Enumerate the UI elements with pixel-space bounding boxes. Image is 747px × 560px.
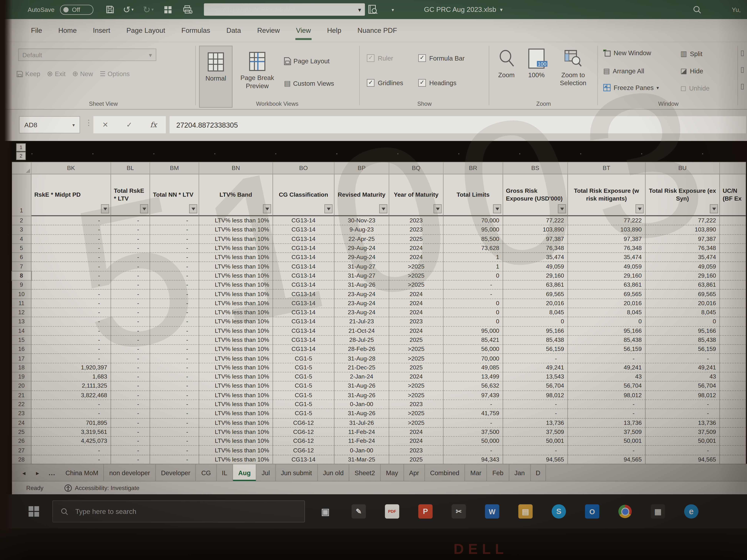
gridlines-checkbox[interactable]: ✓Gridlines bbox=[367, 79, 403, 87]
filter-icon[interactable] bbox=[379, 204, 387, 213]
column-header-BR[interactable]: BR bbox=[443, 162, 503, 174]
cell-BS14[interactable]: 95,166 bbox=[503, 326, 568, 336]
cell-BS13[interactable]: 0 bbox=[503, 317, 568, 326]
cell-BN24[interactable]: LTV% less than 10% bbox=[199, 418, 273, 428]
cell-BQ9[interactable]: >2025 bbox=[389, 281, 443, 290]
file-explorer-icon[interactable]: ▤ bbox=[518, 504, 533, 518]
cell-BM8[interactable]: - bbox=[150, 271, 199, 281]
column-header-BS[interactable]: BS bbox=[503, 162, 568, 174]
row-header-1[interactable]: 1 bbox=[12, 174, 31, 216]
cell-BR3[interactable]: 95,000 bbox=[443, 225, 503, 235]
row-header-10[interactable]: 10 bbox=[12, 290, 31, 299]
cell-BQ10[interactable]: 2024 bbox=[389, 290, 443, 299]
cell-BS26[interactable]: 50,001 bbox=[503, 437, 568, 446]
cell-BL17[interactable]: - bbox=[111, 354, 150, 363]
cell-BO7[interactable]: CG13-14 bbox=[273, 262, 334, 271]
cell-BL22[interactable]: - bbox=[111, 400, 150, 409]
cell-BP8[interactable]: 31-Aug-27 bbox=[334, 271, 389, 281]
cell-BU12[interactable]: 8,045 bbox=[645, 308, 720, 317]
task-view-icon[interactable]: ▣ bbox=[318, 504, 333, 518]
cell-BL11[interactable]: - bbox=[111, 299, 150, 308]
cell-BP6[interactable]: 29-Aug-24 bbox=[334, 253, 389, 262]
cell-BR5[interactable]: 73,628 bbox=[443, 244, 503, 253]
cell-BK27[interactable]: - bbox=[31, 446, 111, 455]
cell-BU20[interactable]: 56,704 bbox=[645, 382, 720, 391]
cell-BQ5[interactable]: 2024 bbox=[389, 244, 443, 253]
journal-icon[interactable]: ✎ bbox=[352, 504, 366, 518]
cell-BU9[interactable]: 63,861 bbox=[645, 281, 720, 290]
hide-button[interactable]: ◪Hide bbox=[680, 67, 703, 75]
cell-BU19[interactable]: 43 bbox=[645, 372, 720, 382]
field-header-BR[interactable]: Total Limits bbox=[443, 174, 503, 216]
cell-BN6[interactable]: LTV% less than 10% bbox=[199, 253, 273, 262]
filter-icon[interactable] bbox=[636, 204, 644, 213]
cell-x26[interactable] bbox=[720, 437, 746, 446]
cell-BO25[interactable]: CG6-12 bbox=[273, 428, 334, 437]
cell-BR8[interactable]: 0 bbox=[443, 271, 503, 281]
document-path-dropdown[interactable]: \\hksctfil110\DAT2\CRE\CRE2\02▾ bbox=[204, 0, 365, 19]
cell-x2[interactable] bbox=[720, 216, 746, 225]
cell-BP19[interactable]: 2-Jan-24 bbox=[334, 372, 389, 382]
cell-BT15[interactable]: 85,438 bbox=[568, 336, 645, 345]
cell-BT5[interactable]: 76,348 bbox=[568, 244, 645, 253]
cell-x27[interactable] bbox=[720, 446, 746, 455]
cell-x5[interactable] bbox=[720, 244, 746, 253]
cell-BM22[interactable]: - bbox=[150, 400, 199, 409]
cell-BR16[interactable]: 56,000 bbox=[443, 345, 503, 354]
cell-BM13[interactable]: - bbox=[150, 317, 199, 326]
cell-BM4[interactable]: - bbox=[150, 235, 199, 244]
cell-BO2[interactable]: CG13-14 bbox=[273, 216, 334, 225]
cell-BL28[interactable]: - bbox=[111, 455, 150, 464]
cell-BP12[interactable]: 23-Aug-24 bbox=[334, 308, 389, 317]
cell-BQ26[interactable]: 2024 bbox=[389, 437, 443, 446]
cell-x19[interactable] bbox=[720, 372, 746, 382]
cell-BL3[interactable]: - bbox=[111, 225, 150, 235]
ribbon-tab-page-layout[interactable]: Page Layout bbox=[119, 19, 174, 42]
row-header-17[interactable]: 17 bbox=[12, 354, 31, 363]
ribbon-tab-view[interactable]: View bbox=[288, 19, 319, 42]
cell-BN8[interactable]: LTV% less than 10% bbox=[199, 271, 273, 281]
cell-BP27[interactable]: 0-Jan-00 bbox=[334, 446, 389, 455]
user-name[interactable]: Yu, bbox=[732, 0, 741, 19]
cell-BS3[interactable]: 103,890 bbox=[503, 225, 568, 235]
cell-BQ2[interactable]: 2023 bbox=[389, 216, 443, 225]
cell-BO13[interactable]: CG13-14 bbox=[273, 317, 334, 326]
cell-BS27[interactable]: - bbox=[503, 446, 568, 455]
ribbon-tab-file[interactable]: File bbox=[23, 19, 50, 42]
cell-BL23[interactable]: - bbox=[111, 409, 150, 418]
cell-BR4[interactable]: 85,500 bbox=[443, 235, 503, 244]
column-header-BT[interactable]: BT bbox=[568, 162, 645, 174]
name-box[interactable]: AD8▾ bbox=[19, 116, 80, 133]
row-header-13[interactable]: 13 bbox=[12, 317, 31, 326]
cell-BK9[interactable]: - bbox=[31, 281, 111, 290]
field-header-BL[interactable]: Total RskE * LTV bbox=[111, 174, 150, 216]
cell-BR28[interactable]: 94,343 bbox=[443, 455, 503, 464]
filter-icon[interactable] bbox=[101, 204, 109, 213]
cell-BR17[interactable]: 70,000 bbox=[443, 354, 503, 363]
cell-BN20[interactable]: LTV% less than 10% bbox=[199, 382, 273, 391]
cell-BS18[interactable]: 49,241 bbox=[503, 363, 568, 372]
enter-icon[interactable]: ✓ bbox=[126, 121, 132, 129]
cell-BK7[interactable]: - bbox=[31, 262, 111, 271]
cell-BU17[interactable]: - bbox=[645, 354, 720, 363]
column-header-partial[interactable] bbox=[720, 162, 746, 174]
insert-function-icon[interactable]: fx bbox=[150, 121, 157, 129]
cell-x7[interactable] bbox=[720, 262, 746, 271]
cell-BM25[interactable]: - bbox=[150, 428, 199, 437]
cell-BK24[interactable]: 701,895 bbox=[31, 418, 111, 428]
taskbar-search[interactable]: Type here to search bbox=[52, 501, 305, 523]
cell-BS7[interactable]: 49,059 bbox=[503, 262, 568, 271]
sheet-tab-may[interactable]: May bbox=[381, 464, 404, 481]
qat-overflow-icon[interactable]: ▾ bbox=[392, 0, 394, 19]
cell-BT22[interactable]: - bbox=[568, 400, 645, 409]
cell-BU21[interactable]: 98,012 bbox=[645, 391, 720, 400]
cell-BU15[interactable]: 85,438 bbox=[645, 336, 720, 345]
headings-checkbox[interactable]: ✓Headings bbox=[418, 79, 457, 87]
cell-BQ28[interactable]: 2025 bbox=[389, 455, 443, 464]
filter-icon[interactable] bbox=[434, 204, 442, 213]
cell-BO26[interactable]: CG6-12 bbox=[273, 437, 334, 446]
cell-BT7[interactable]: 49,059 bbox=[568, 262, 645, 271]
cell-BO14[interactable]: CG13-14 bbox=[273, 326, 334, 336]
filter-icon[interactable] bbox=[493, 204, 501, 213]
tab-overflow[interactable]: ... bbox=[48, 464, 60, 481]
